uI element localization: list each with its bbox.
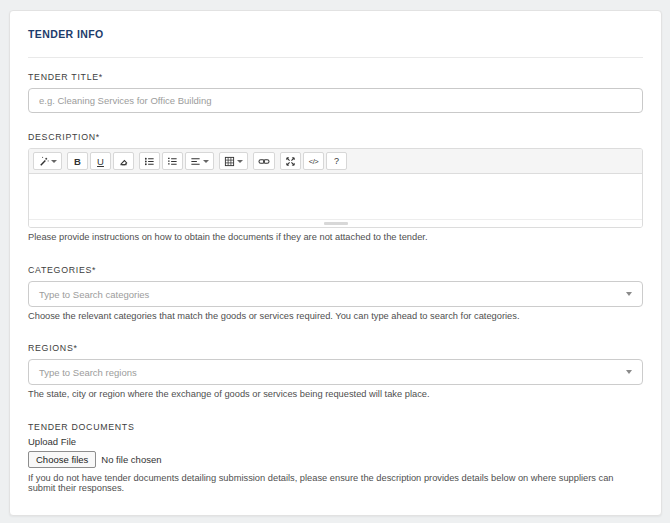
- dropdown-caret-icon: [237, 160, 243, 163]
- link-button[interactable]: [253, 152, 275, 170]
- font-group: B U: [67, 152, 134, 170]
- codeview-button[interactable]: </>: [303, 152, 324, 170]
- paragraph-group: [139, 152, 214, 170]
- categories-label: CATEGORIES*: [28, 265, 643, 275]
- table-icon: [224, 156, 235, 167]
- tender-info-card: TENDER INFO TENDER TITLE* DESCRIPTION* B: [9, 10, 662, 516]
- regions-select[interactable]: Type to Search regions: [28, 359, 643, 385]
- page-title: TENDER INFO: [28, 28, 643, 40]
- documents-field: TENDER DOCUMENTS Upload File Choose file…: [28, 422, 643, 493]
- categories-select[interactable]: Type to Search categories: [28, 281, 643, 307]
- unordered-list-button[interactable]: [139, 152, 160, 170]
- editor-toolbar: B U: [29, 149, 642, 174]
- choose-files-button[interactable]: Choose files: [28, 451, 96, 468]
- rich-text-editor: B U: [28, 148, 643, 228]
- tender-title-label: TENDER TITLE*: [28, 72, 643, 82]
- unordered-list-icon: [144, 156, 155, 167]
- ordered-list-icon: [167, 156, 178, 167]
- regions-help-text: The state, city or region where the exch…: [28, 389, 643, 399]
- align-left-icon: [190, 156, 201, 167]
- divider: [28, 57, 643, 58]
- magic-wand-icon: [38, 156, 49, 167]
- table-button[interactable]: [219, 152, 248, 170]
- editor-help-button[interactable]: ?: [326, 152, 347, 170]
- documents-help-text: If you do not have tender documents deta…: [28, 473, 643, 493]
- no-file-chosen-text: No file chosen: [101, 454, 161, 465]
- table-group: [219, 152, 248, 170]
- ordered-list-button[interactable]: [162, 152, 183, 170]
- link-icon: [258, 156, 270, 167]
- editor-statusbar: [29, 219, 642, 227]
- regions-placeholder: Type to Search regions: [39, 367, 137, 378]
- dropdown-caret-icon: [626, 370, 632, 374]
- underline-button[interactable]: U: [90, 152, 111, 170]
- dropdown-caret-icon: [203, 160, 209, 163]
- regions-field: REGIONS* Type to Search regions The stat…: [28, 343, 643, 399]
- documents-label: TENDER DOCUMENTS: [28, 422, 643, 432]
- file-input[interactable]: Choose files No file chosen: [28, 451, 643, 468]
- resize-handle[interactable]: [324, 222, 348, 225]
- eraser-icon: [118, 156, 129, 167]
- description-editor-area[interactable]: [29, 174, 642, 219]
- categories-placeholder: Type to Search categories: [39, 289, 149, 300]
- categories-help-text: Choose the relevant categories that matc…: [28, 311, 643, 321]
- bold-button[interactable]: B: [67, 152, 88, 170]
- regions-label: REGIONS*: [28, 343, 643, 353]
- description-field: DESCRIPTION* B U: [28, 132, 643, 242]
- description-help-text: Please provide instructions on how to ob…: [28, 232, 643, 242]
- fullscreen-icon: [285, 156, 296, 167]
- dropdown-caret-icon: [626, 292, 632, 296]
- fullscreen-button[interactable]: [280, 152, 301, 170]
- style-dropdown-button[interactable]: [33, 152, 62, 170]
- tender-title-field: TENDER TITLE*: [28, 72, 643, 113]
- insert-group: [253, 152, 275, 170]
- style-group: [33, 152, 62, 170]
- tender-title-input[interactable]: [28, 88, 643, 113]
- view-group: </> ?: [280, 152, 347, 170]
- paragraph-align-button[interactable]: [185, 152, 214, 170]
- description-label: DESCRIPTION*: [28, 132, 643, 142]
- upload-file-label: Upload File: [28, 436, 643, 447]
- clear-format-button[interactable]: [113, 152, 134, 170]
- categories-field: CATEGORIES* Type to Search categories Ch…: [28, 265, 643, 321]
- dropdown-caret-icon: [51, 160, 57, 163]
